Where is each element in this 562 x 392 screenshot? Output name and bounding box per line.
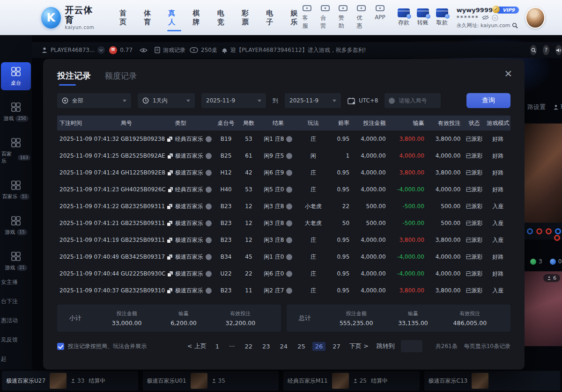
next-page-button[interactable]: 下页 > [349, 342, 369, 350]
sidebar-category[interactable]: 游戏 250 [1, 98, 31, 126]
quick-action[interactable]: 合营 [320, 5, 330, 30]
info-icon[interactable] [206, 136, 212, 142]
quick-action[interactable]: APP [375, 5, 385, 30]
table-tile[interactable]: 极速百家乐U27 33 结算中 [2, 371, 138, 391]
prev-page-button[interactable]: < 上页 [187, 342, 207, 350]
info-icon[interactable] [206, 187, 212, 193]
page-button[interactable]: 27 [330, 342, 343, 351]
sidebar-category[interactable]: 百家乐 163 [1, 133, 31, 168]
user-avatar[interactable] [525, 7, 545, 29]
chevron-down-icon[interactable] [492, 15, 498, 21]
table-tile[interactable]: 极速百家乐U01 35 [143, 371, 279, 391]
game-type-select[interactable]: 全部 [57, 93, 131, 108]
result-detail-icon[interactable] [286, 237, 292, 243]
nav-item[interactable]: 真人 [168, 6, 180, 29]
wallet-action[interactable]: 转账 [417, 8, 429, 27]
modal-tab[interactable]: 额度记录 [105, 71, 137, 86]
modal-tab[interactable]: 投注记录 [57, 70, 91, 86]
date-from-select[interactable]: 2025-11-9 [201, 93, 266, 108]
copy-icon[interactable] [168, 271, 172, 276]
result-detail-icon[interactable] [286, 136, 292, 142]
search-icon[interactable] [530, 45, 537, 55]
tables-count[interactable]: 250桌 [190, 46, 217, 54]
eye-icon[interactable] [140, 48, 148, 53]
game-records-link[interactable]: 游戏记录 [155, 46, 185, 54]
copy-icon[interactable] [167, 238, 172, 243]
sidebar-footer-item[interactable]: 台下注 [1, 298, 32, 305]
result-detail-icon[interactable] [286, 220, 292, 226]
nav-item[interactable]: 首页 [119, 6, 131, 29]
search-button[interactable]: 查询 [466, 93, 510, 108]
round-number-field[interactable] [385, 93, 441, 108]
copy-icon[interactable] [168, 187, 173, 192]
dealer-video-feed-2[interactable]: 6 [525, 271, 562, 346]
info-icon[interactable] [206, 220, 212, 226]
dealer-video-feed[interactable] [525, 123, 562, 223]
sidebar-category[interactable]: 游戏 15 [1, 211, 31, 240]
copy-icon[interactable] [167, 204, 172, 209]
sidebar-category[interactable]: 百家乐 51 [1, 176, 31, 204]
info-icon[interactable] [206, 288, 212, 294]
nav-item[interactable]: 电竞 [217, 6, 229, 29]
page-button[interactable]: 24 [277, 342, 291, 351]
close-icon[interactable]: ✕ [504, 69, 512, 79]
table-tile[interactable]: 经典百家乐M11 25 结算中 [283, 371, 420, 391]
sidebar-footer-item[interactable]: 见反馈 [1, 336, 32, 344]
result-detail-icon[interactable] [286, 288, 292, 294]
copy-icon[interactable] [167, 221, 172, 226]
page-button[interactable]: 26 [312, 342, 326, 351]
wallet-action[interactable]: 取款 [436, 8, 448, 27]
speaker-icon[interactable] [555, 45, 562, 55]
road-settings-label[interactable]: 路设置 [527, 103, 546, 111]
copy-icon[interactable] [167, 254, 172, 260]
sidebar-footer-item[interactable]: 惠活动 [1, 317, 32, 325]
nav-item[interactable]: 电子 [266, 6, 278, 29]
help-icon[interactable]: ? [543, 45, 549, 55]
copy-icon[interactable] [167, 137, 172, 142]
sidebar-footer-item[interactable]: 起 [1, 355, 32, 363]
quick-action[interactable]: 客服 [303, 5, 312, 30]
magnifier-icon[interactable] [512, 22, 518, 29]
chevron-down-icon[interactable] [97, 46, 105, 54]
page-button[interactable]: 23 [259, 342, 273, 351]
jump-to-input[interactable] [401, 340, 422, 352]
result-detail-icon[interactable] [286, 271, 292, 277]
result-detail-icon[interactable] [286, 254, 292, 260]
player-switcher[interactable]: PLAYER46873... [41, 46, 105, 54]
page-button[interactable]: ··· [226, 342, 237, 351]
quick-action[interactable]: 赞助 [339, 5, 348, 30]
nav-item[interactable]: 彩票 [242, 6, 253, 29]
wallet-action[interactable]: 存款 [398, 8, 410, 27]
table-tile[interactable]: 极速百家乐C13 [424, 371, 561, 391]
timezone-display[interactable]: UTC+8 [348, 97, 378, 104]
date-to-select[interactable]: 2025-11-9 [285, 93, 341, 108]
quick-action[interactable]: 优惠 [356, 5, 366, 30]
user-info[interactable]: wywy9999 VIP9 ****** 永久网址: kaiyun.com [457, 7, 519, 29]
copy-icon[interactable] [168, 153, 173, 159]
info-icon[interactable] [206, 153, 212, 159]
sidebar-category[interactable]: 游戏 21 [1, 247, 31, 275]
page-button[interactable]: 1 [213, 342, 222, 351]
page-button[interactable]: 22 [242, 342, 256, 351]
info-icon[interactable] [206, 237, 212, 243]
eye-off-icon[interactable] [482, 15, 489, 20]
info-icon[interactable] [206, 170, 212, 176]
nav-item[interactable]: 棋牌 [193, 6, 205, 29]
copy-icon[interactable] [168, 170, 173, 175]
nav-item[interactable]: 体育 [144, 6, 155, 29]
result-detail-icon[interactable] [286, 170, 292, 176]
balance-display[interactable]: 0.77 [109, 46, 133, 54]
sidebar-footer-item[interactable]: 女主播 [1, 278, 32, 286]
result-detail-icon[interactable] [286, 153, 292, 159]
result-detail-icon[interactable] [286, 187, 292, 193]
info-icon[interactable] [206, 203, 212, 210]
copy-icon[interactable] [167, 288, 172, 293]
brand-logo[interactable]: K 开云体育 kaiyun.com [41, 5, 99, 30]
info-icon[interactable] [206, 254, 212, 260]
sidebar-category[interactable]: 桌台 [1, 62, 31, 90]
round-number-input[interactable] [398, 97, 436, 104]
page-button[interactable]: 25 [295, 342, 308, 351]
nav-item[interactable]: 娱乐 [290, 6, 302, 29]
result-detail-icon[interactable] [286, 203, 292, 210]
info-icon[interactable] [206, 271, 212, 277]
